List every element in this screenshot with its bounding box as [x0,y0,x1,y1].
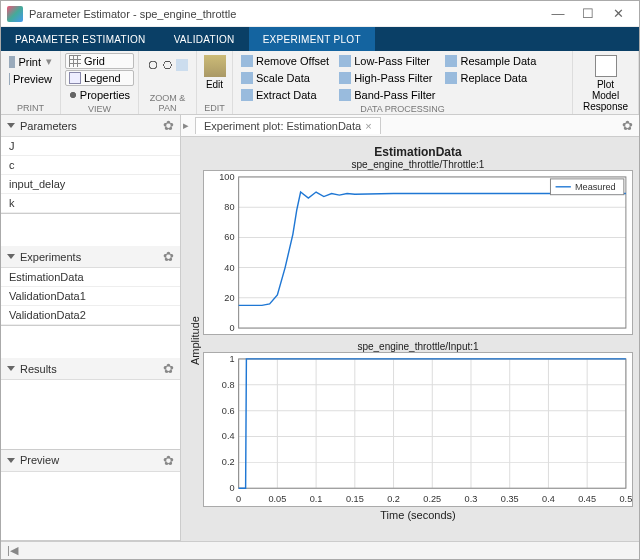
svg-text:60: 60 [224,232,234,242]
legend-icon [69,72,81,84]
preview-icon [9,73,10,85]
group-print-label: PRINT [5,102,56,114]
resample-button[interactable]: Resample Data [441,53,540,69]
svg-text:0.45: 0.45 [578,494,596,504]
print-button[interactable]: Print▾ [5,53,56,70]
side-pane: Parameters✿ Jcinput_delayk Experiments✿ … [1,115,181,541]
edit-icon [204,55,226,77]
plot-area: Amplitude EstimationData spe_engine_thro… [181,137,639,541]
chart-title: EstimationData [203,145,633,159]
panel-preview: Preview✿ [1,450,180,542]
doc-panel-toggle[interactable]: ▸ [183,119,189,132]
close-button[interactable]: ✕ [603,6,633,21]
panel-preview-header[interactable]: Preview✿ [1,450,180,472]
content: Parameters✿ Jcinput_delayk Experiments✿ … [1,115,639,541]
properties-icon [69,89,77,101]
tab-validation[interactable]: VALIDATION [160,27,249,51]
replace-icon [445,72,457,84]
list-item[interactable]: ValidationData2 [1,306,180,325]
group-zoompan-label: ZOOM & PAN [143,92,192,114]
matlab-icon [7,6,23,22]
svg-text:0.35: 0.35 [501,494,519,504]
zoom-in-icon[interactable] [147,59,159,71]
band-pass-button[interactable]: Band-Pass Filter [335,87,439,103]
grid-icon [69,55,81,67]
panel-parameters-gear[interactable]: ✿ [163,118,174,133]
remove-offset-button[interactable]: Remove Offset [237,53,333,69]
list-item[interactable]: ValidationData1 [1,287,180,306]
svg-text:0.5: 0.5 [620,494,633,504]
scale-data-icon [241,72,253,84]
panel-experiments: Experiments✿ EstimationDataValidationDat… [1,246,180,326]
doc-tab-options[interactable]: ✿ [622,118,633,133]
tab-parameter-estimation[interactable]: PARAMETER ESTIMATION [1,27,160,51]
tab-experiment-plot[interactable]: EXPERIMENT PLOT [249,27,375,51]
caret-icon [7,254,15,259]
panel-parameters: Parameters✿ Jcinput_delayk [1,115,180,214]
panel-results-gear[interactable]: ✿ [163,361,174,376]
group-view-label: VIEW [65,103,134,115]
pan-icon[interactable] [176,59,188,71]
high-pass-button[interactable]: High-Pass Filter [335,70,439,86]
svg-text:0.4: 0.4 [222,432,235,442]
minimize-button[interactable]: — [543,6,573,21]
panel-parameters-header[interactable]: Parameters✿ [1,115,180,137]
replace-button[interactable]: Replace Data [441,70,540,86]
panel-experiments-gear[interactable]: ✿ [163,249,174,264]
edit-button[interactable]: Edit [201,53,228,92]
zoom-out-icon[interactable] [162,59,174,71]
svg-text:0.4: 0.4 [542,494,555,504]
list-item[interactable]: input_delay [1,175,180,194]
svg-text:0.05: 0.05 [268,494,286,504]
chart-input[interactable]: 00.20.40.60.8100.050.10.150.20.250.30.35… [203,352,633,507]
preview-button[interactable]: Preview [5,71,56,87]
plot-model-response-button[interactable]: Plot Model Response [577,53,634,114]
properties-button[interactable]: Properties [65,87,134,103]
caret-icon [7,366,15,371]
svg-text:0: 0 [229,483,234,493]
chart2-subtitle: spe_engine_throttle/Input:1 [203,341,633,352]
window-title: Parameter Estimator - spe_engine_throttl… [29,8,543,20]
svg-text:0.6: 0.6 [222,406,235,416]
list-item[interactable]: k [1,194,180,213]
charts: EstimationData spe_engine_throttle/Throt… [203,145,633,537]
chart-throttle[interactable]: 020406080100Measured [203,170,633,335]
panel-preview-gear[interactable]: ✿ [163,453,174,468]
extract-data-icon [241,89,253,101]
low-pass-icon [339,55,351,67]
list-item[interactable]: J [1,137,180,156]
maximize-button[interactable]: ☐ [573,6,603,21]
ribbon: Print▾ Preview PRINT Grid Legend Propert… [1,51,639,115]
group-edit-label: EDIT [201,102,228,114]
svg-text:1: 1 [229,354,234,364]
svg-text:0.25: 0.25 [423,494,441,504]
list-item[interactable]: EstimationData [1,268,180,287]
doc-tab-estimationdata[interactable]: Experiment plot: EstimationData × [195,117,381,134]
svg-rect-12 [239,177,626,328]
extract-data-button[interactable]: Extract Data [237,87,333,103]
status-collapse-icon[interactable]: |◀ [7,544,18,557]
svg-text:0.1: 0.1 [310,494,323,504]
svg-text:0.8: 0.8 [222,380,235,390]
x-axis-label: Time (seconds) [203,507,633,523]
caret-icon [7,458,15,463]
list-item[interactable]: c [1,156,180,175]
doc-tab-close[interactable]: × [365,120,371,132]
legend-toggle[interactable]: Legend [65,70,134,86]
chart1-subtitle: spe_engine_throttle/Throttle:1 [203,159,633,170]
panel-experiments-header[interactable]: Experiments✿ [1,246,180,268]
scale-data-button[interactable]: Scale Data [237,70,333,86]
panel-results: Results✿ [1,358,180,450]
caret-icon [7,123,15,128]
panel-results-header[interactable]: Results✿ [1,358,180,380]
document-tabs: ▸ Experiment plot: EstimationData × ✿ [181,115,639,137]
plot-icon [595,55,617,77]
low-pass-button[interactable]: Low-Pass Filter [335,53,439,69]
svg-text:0: 0 [229,323,234,333]
svg-text:0.2: 0.2 [387,494,400,504]
svg-text:Measured: Measured [575,182,616,192]
titlebar: Parameter Estimator - spe_engine_throttl… [1,1,639,27]
group-data-label: DATA PROCESSING [237,103,568,115]
remove-offset-icon [241,55,253,67]
grid-toggle[interactable]: Grid [65,53,134,69]
